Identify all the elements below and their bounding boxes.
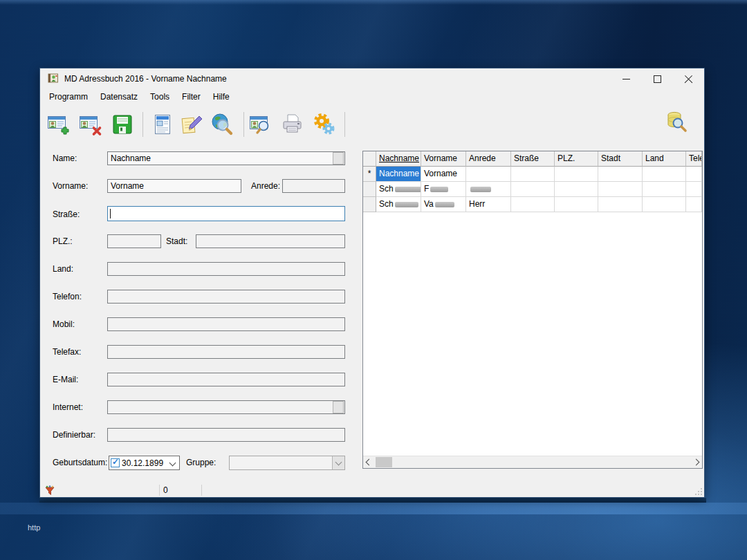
cell-nachname[interactable]: Sch (376, 182, 421, 197)
form-row-telefax: Telefax: (40, 345, 360, 362)
redacted-text (395, 202, 418, 207)
name-expand-button[interactable] (333, 152, 344, 165)
menu-hilfe[interactable]: Hilfe (207, 89, 236, 104)
add-record-icon[interactable] (46, 110, 72, 139)
table-header-row: Nachname Vorname Anrede Straße PLZ. Stad… (363, 151, 702, 167)
maximize-icon[interactable] (642, 68, 673, 89)
cell-land[interactable] (643, 167, 686, 182)
form-row-definierbar: Definierbar: (40, 428, 360, 445)
gruppe-select[interactable] (229, 456, 345, 470)
gruppe-dropdown-button[interactable] (332, 456, 344, 469)
close-icon[interactable] (673, 68, 704, 89)
name-input[interactable] (107, 151, 345, 165)
database-search-icon[interactable] (663, 107, 690, 136)
form-row-plz: PLZ.: Stadt: (40, 234, 360, 251)
print-icon[interactable] (279, 110, 306, 139)
cell-anrede[interactable] (466, 182, 511, 197)
edit-record-icon[interactable] (178, 110, 205, 139)
titlebar[interactable]: MD Adressbuch 2016 - Vorname Nachname (40, 68, 704, 89)
geburtsdatum-checkbox[interactable] (111, 458, 120, 467)
col-header-strasse[interactable]: Straße (511, 151, 555, 167)
col-header-selector[interactable] (363, 151, 376, 167)
cell-plz[interactable] (555, 182, 598, 197)
statusbar-divider (159, 485, 160, 496)
address-book-icon (48, 73, 59, 86)
minimize-icon[interactable] (611, 68, 642, 89)
window-title: MD Adressbuch 2016 - Vorname Nachname (64, 74, 227, 84)
cell-telefon[interactable] (686, 182, 702, 197)
window-bottom-frame (39, 498, 706, 503)
email-input[interactable] (107, 373, 345, 386)
cell-anrede[interactable] (466, 167, 511, 182)
settings-icon[interactable] (311, 110, 338, 139)
cell-stadt[interactable] (598, 182, 643, 197)
definierbar-input[interactable] (107, 428, 345, 442)
scroll-left-icon[interactable] (363, 456, 375, 468)
find-record-icon[interactable] (248, 110, 274, 139)
filter-icon[interactable] (44, 485, 55, 498)
scrollbar-thumb[interactable] (376, 457, 392, 467)
geburtsdatum-datepicker[interactable]: 30.12.1899 (109, 456, 180, 470)
stadt-input[interactable] (196, 234, 345, 248)
internet-input[interactable] (107, 400, 345, 414)
cell-strasse[interactable] (511, 182, 555, 197)
menu-programm[interactable]: Programm (43, 89, 94, 104)
internet-open-button[interactable] (333, 401, 344, 413)
telefax-input[interactable] (107, 345, 345, 359)
cell-plz[interactable] (555, 167, 598, 182)
menu-filter[interactable]: Filter (176, 89, 207, 104)
anrede-input[interactable] (282, 179, 345, 193)
telefon-input[interactable] (107, 290, 345, 304)
col-header-stadt[interactable]: Stadt (598, 151, 643, 167)
cell-strasse[interactable] (511, 167, 555, 182)
app-window: MD Adressbuch 2016 - Vorname Nachname Pr… (39, 68, 705, 498)
cell-vorname[interactable]: F (421, 182, 466, 197)
chevron-down-icon (169, 460, 176, 467)
col-header-vorname[interactable]: Vorname (421, 151, 466, 167)
cell-vorname[interactable]: Vorname (421, 167, 466, 182)
save-icon[interactable] (109, 110, 136, 139)
cell-anrede[interactable]: Herr (466, 197, 511, 212)
col-header-nachname[interactable]: Nachname (376, 151, 421, 167)
col-header-anrede[interactable]: Anrede (466, 151, 511, 167)
col-header-telefon[interactable]: Tele (686, 151, 702, 167)
redacted-text (395, 187, 421, 192)
chevron-down-icon (335, 458, 342, 465)
desktop-wallpaper-band (0, 503, 747, 514)
delete-record-icon[interactable] (77, 110, 104, 139)
cell-stadt[interactable] (598, 197, 643, 212)
land-input[interactable] (107, 262, 345, 276)
cell-nachname-selected[interactable]: Nachname (376, 167, 421, 182)
strasse-input[interactable] (107, 206, 345, 221)
menu-tools[interactable]: Tools (144, 89, 176, 104)
cell-telefon[interactable] (686, 197, 702, 212)
row-marker[interactable]: * (363, 167, 376, 182)
col-header-plz[interactable]: PLZ. (555, 151, 598, 167)
resize-grip-icon[interactable] (694, 487, 703, 496)
col-header-land[interactable]: Land (643, 151, 686, 167)
name-label: Name: (53, 153, 77, 163)
menu-datensatz[interactable]: Datensatz (94, 89, 144, 104)
cell-text: F (424, 184, 429, 194)
scroll-right-icon[interactable] (690, 456, 702, 468)
cell-land[interactable] (643, 182, 686, 197)
cell-telefon[interactable] (686, 167, 702, 182)
cell-land[interactable] (643, 197, 686, 212)
telefon-label: Telefon: (53, 292, 82, 301)
horizontal-scrollbar[interactable] (363, 456, 702, 468)
cell-nachname[interactable]: Sch (376, 197, 421, 212)
mobil-input[interactable] (107, 317, 345, 331)
cell-plz[interactable] (555, 197, 598, 212)
cell-strasse[interactable] (511, 197, 555, 212)
row-marker[interactable] (363, 197, 376, 212)
table-row: * Nachname Vorname (363, 167, 702, 182)
cell-stadt[interactable] (598, 167, 643, 182)
vorname-input[interactable] (107, 179, 241, 193)
cell-vorname[interactable]: Va (421, 197, 466, 212)
row-marker[interactable] (363, 182, 376, 197)
search-icon[interactable] (209, 110, 235, 139)
toolbar: Suche: Datenfeld: Name (40, 104, 704, 144)
plz-input[interactable] (107, 234, 161, 248)
form-view-icon[interactable] (149, 110, 176, 139)
form-row-email: E-Mail: (40, 373, 360, 389)
